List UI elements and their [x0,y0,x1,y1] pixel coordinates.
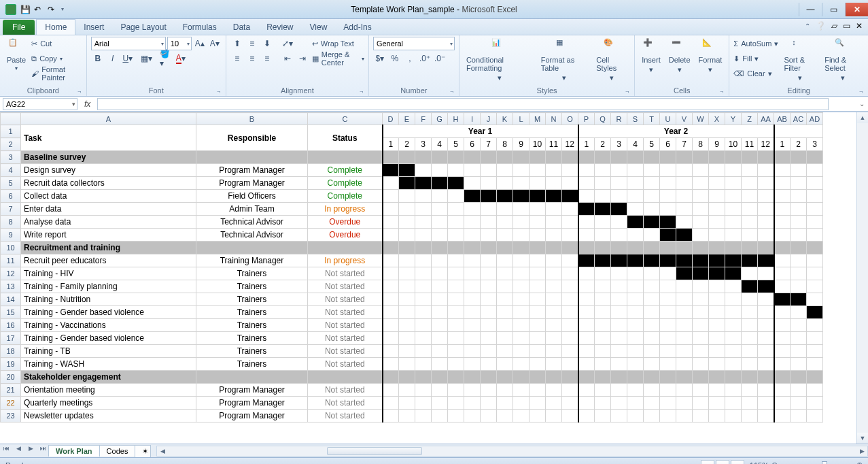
group-task[interactable]: Baseline survey [21,151,196,164]
underline-button[interactable]: U▾ [121,52,135,65]
gantt-cell[interactable] [578,216,595,229]
cell[interactable] [611,151,627,164]
gantt-cell[interactable] [513,358,530,371]
gantt-cell[interactable] [774,293,791,306]
cell[interactable] [660,371,676,384]
row-header[interactable]: 8 [1,216,21,229]
gantt-cell[interactable] [481,177,497,190]
gantt-cell[interactable] [709,229,725,242]
gantt-cell[interactable] [595,190,611,203]
gantt-cell[interactable] [807,345,823,358]
cell[interactable] [611,371,627,384]
expand-formula-icon[interactable]: ⌄ [856,100,868,107]
scroll-down-icon[interactable]: ▼ [857,433,868,444]
gantt-cell[interactable] [611,229,627,242]
task-cell[interactable]: Design survey [21,164,196,177]
zoom-in-icon[interactable]: ⊕ [856,461,863,464]
cell[interactable] [546,371,562,384]
gantt-cell[interactable] [448,267,464,280]
cell[interactable] [742,371,758,384]
gantt-cell[interactable] [415,254,432,267]
gantt-cell[interactable] [578,254,595,267]
gantt-cell[interactable] [530,216,546,229]
gantt-cell[interactable] [399,267,415,280]
gantt-cell[interactable] [562,177,578,190]
gantt-cell[interactable] [546,254,562,267]
gantt-cell[interactable] [742,306,758,319]
cell[interactable] [595,151,611,164]
gantt-cell[interactable] [791,254,807,267]
responsible-cell[interactable]: Trainers [196,306,308,319]
col-header[interactable]: D [383,113,399,125]
gantt-cell[interactable] [464,410,481,422]
align-center-icon[interactable]: ≡ [245,52,259,65]
gantt-cell[interactable] [448,384,464,397]
gantt-cell[interactable] [611,203,627,216]
format-painter-button[interactable]: 🖌Format Painter [31,67,82,80]
gantt-cell[interactable] [807,384,823,397]
gantt-cell[interactable] [693,190,709,203]
gantt-cell[interactable] [497,280,513,293]
gantt-cell[interactable] [464,397,481,410]
gantt-cell[interactable] [774,319,791,332]
cell[interactable] [693,151,709,164]
responsible-cell[interactable]: Admin Team [196,203,308,216]
gantt-cell[interactable] [383,397,399,410]
cell[interactable] [774,125,823,138]
gantt-cell[interactable] [676,293,693,306]
cell[interactable] [807,242,823,254]
gantt-cell[interactable] [448,203,464,216]
cell[interactable] [432,151,448,164]
gantt-cell[interactable] [530,190,546,203]
gantt-cell[interactable] [513,306,530,319]
gantt-cell[interactable] [530,358,546,371]
task-cell[interactable]: Training - HIV [21,267,196,280]
gantt-cell[interactable] [791,345,807,358]
gantt-cell[interactable] [546,410,562,422]
cell[interactable] [595,371,611,384]
gantt-cell[interactable] [791,164,807,177]
row-header[interactable]: 9 [1,229,21,242]
gantt-cell[interactable] [676,216,693,229]
gantt-cell[interactable] [742,229,758,242]
gantt-cell[interactable] [709,177,725,190]
gantt-cell[interactable] [791,280,807,293]
gantt-cell[interactable] [660,410,676,422]
gantt-cell[interactable] [611,190,627,203]
cell[interactable] [448,371,464,384]
gantt-cell[interactable] [578,384,595,397]
gantt-cell[interactable] [530,293,546,306]
gantt-cell[interactable] [627,319,644,332]
cell[interactable] [676,371,693,384]
col-header[interactable]: AA [758,113,774,125]
gantt-cell[interactable] [725,164,742,177]
gantt-cell[interactable] [676,267,693,280]
row-header[interactable]: 22 [1,397,21,410]
gantt-cell[interactable] [725,306,742,319]
gantt-cell[interactable] [432,332,448,345]
gantt-cell[interactable] [432,319,448,332]
status-cell[interactable]: Not started [308,306,383,319]
gantt-cell[interactable] [627,267,644,280]
horizontal-scrollbar[interactable]: ◀ ▶ [156,446,868,457]
paste-button[interactable]: 📋 Paste▾ [4,37,29,73]
task-cell[interactable]: Training - Vaccinations [21,319,196,332]
row-header[interactable]: 18 [1,345,21,358]
gantt-cell[interactable] [791,358,807,371]
gantt-cell[interactable] [578,203,595,216]
gantt-cell[interactable] [562,410,578,422]
gantt-cell[interactable] [481,397,497,410]
gantt-cell[interactable] [742,177,758,190]
gantt-cell[interactable] [546,164,562,177]
col-header[interactable]: V [676,113,693,125]
gantt-cell[interactable] [415,190,432,203]
cell[interactable] [791,371,807,384]
gantt-cell[interactable] [595,164,611,177]
gantt-cell[interactable] [774,410,791,422]
cell[interactable] [807,371,823,384]
gantt-cell[interactable] [383,267,399,280]
scroll-left-icon[interactable]: ◀ [157,448,168,454]
gantt-cell[interactable] [448,293,464,306]
gantt-cell[interactable] [627,254,644,267]
gantt-cell[interactable] [595,293,611,306]
